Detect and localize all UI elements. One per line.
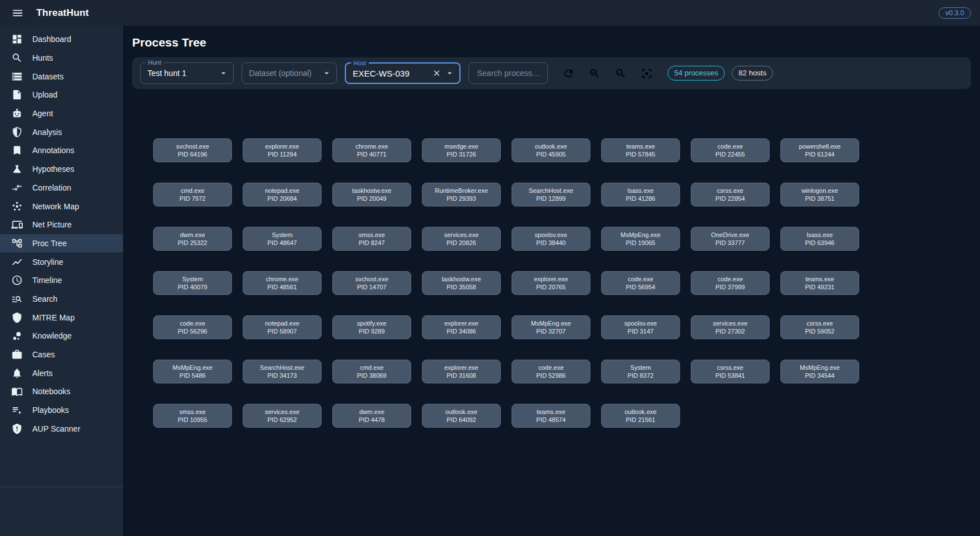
sidebar-item-storyline[interactable]: Storyline — [0, 252, 123, 271]
process-node[interactable]: RuntimeBroker.exePID 29393 — [422, 183, 501, 206]
sidebar-item-analysis[interactable]: Analysis — [0, 123, 123, 141]
sidebar-item-timeline[interactable]: Timeline — [0, 271, 123, 290]
process-node[interactable]: explorer.exePID 34086 — [422, 315, 501, 339]
process-grid: svchost.exePID 64196explorer.exePID 1129… — [153, 138, 862, 428]
process-node[interactable]: powershell.exePID 61244 — [780, 138, 859, 162]
sidebar-item-datasets[interactable]: Datasets — [0, 67, 123, 86]
process-node[interactable]: services.exePID 62952 — [243, 404, 322, 428]
zoom-out-button[interactable] — [611, 64, 630, 83]
process-node[interactable]: MsMpEng.exePID 19065 — [601, 227, 680, 251]
process-node[interactable]: chrome.exePID 40771 — [332, 138, 411, 162]
process-node[interactable]: outlook.exePID 21561 — [601, 404, 680, 428]
process-node[interactable]: svchost.exePID 14707 — [332, 271, 411, 295]
sidebar-item-mitre-map[interactable]: MITRE Map — [0, 308, 123, 327]
process-node[interactable]: MsMpEng.exePID 34544 — [780, 360, 859, 383]
process-node[interactable]: code.exePID 56296 — [153, 315, 232, 339]
process-pid: PID 34086 — [447, 327, 476, 335]
process-name: outlook.exe — [624, 408, 656, 416]
process-node[interactable]: spoolsv.exePID 38440 — [512, 227, 590, 251]
sidebar-item-aup-scanner[interactable]: AUP Scanner — [0, 419, 123, 438]
shield-icon — [11, 312, 23, 323]
sidebar-item-hypotheses[interactable]: Hypotheses — [0, 160, 123, 179]
process-node[interactable]: spotify.exePID 9289 — [332, 315, 411, 339]
sidebar-item-cases[interactable]: Cases — [0, 345, 123, 364]
process-node[interactable]: spoolsv.exePID 3147 — [601, 315, 680, 339]
sidebar-item-label: MITRE Map — [32, 313, 75, 322]
process-node[interactable]: smss.exePID 10955 — [153, 404, 232, 428]
process-node[interactable]: services.exePID 20826 — [422, 227, 501, 251]
process-node[interactable]: SearchHost.exePID 34173 — [243, 360, 322, 383]
process-node[interactable]: winlogon.exePID 38751 — [780, 183, 859, 206]
sidebar-item-upload[interactable]: Upload — [0, 86, 123, 104]
refresh-button[interactable] — [559, 64, 578, 83]
process-search-input[interactable] — [476, 68, 540, 78]
sidebar-item-agent[interactable]: Agent — [0, 104, 123, 123]
process-node[interactable]: explorer.exePID 31608 — [422, 360, 501, 383]
process-node[interactable]: code.exePID 22455 — [691, 138, 770, 162]
process-node[interactable]: SystemPID 40079 — [153, 271, 232, 295]
process-node[interactable]: outlook.exePID 45905 — [512, 138, 590, 162]
process-node[interactable]: dwm.exePID 25322 — [153, 227, 232, 251]
sidebar-item-correlation[interactable]: Correlation — [0, 179, 123, 197]
sidebar-item-label: Net Picture — [32, 220, 71, 229]
process-node[interactable]: taskhostw.exePID 35058 — [422, 271, 501, 295]
process-node[interactable]: lsass.exePID 41286 — [601, 183, 680, 206]
sidebar-item-hunts[interactable]: Hunts — [0, 49, 123, 67]
center-focus-button[interactable] — [637, 64, 656, 83]
process-name: RuntimeBroker.exe — [435, 187, 488, 195]
zoom-in-button[interactable] — [585, 64, 604, 83]
process-node[interactable]: lsass.exePID 63946 — [780, 227, 859, 251]
process-node[interactable]: SystemPID 8372 — [601, 360, 680, 383]
sidebar-item-network-map[interactable]: Network Map — [0, 197, 123, 216]
sidebar-item-playbooks[interactable]: Playbooks — [0, 401, 123, 420]
process-pid: PID 4478 — [359, 416, 385, 424]
sidebar-item-search[interactable]: Search — [0, 290, 123, 309]
process-node[interactable]: notepad.exePID 58907 — [243, 315, 322, 339]
process-name: winlogon.exe — [801, 187, 838, 195]
process-node[interactable]: cmd.exePID 38069 — [332, 360, 411, 383]
process-node[interactable]: SystemPID 48647 — [243, 227, 322, 251]
process-node[interactable]: services.exePID 27302 — [691, 315, 770, 339]
process-node[interactable]: MsMpEng.exePID 32707 — [512, 315, 590, 339]
process-node[interactable]: code.exePID 52986 — [512, 360, 590, 383]
sidebar-item-net-picture[interactable]: Net Picture — [0, 216, 123, 234]
process-node[interactable]: dwm.exePID 4478 — [332, 404, 411, 428]
process-node[interactable]: code.exePID 56954 — [601, 271, 680, 295]
process-node[interactable]: smss.exePID 8247 — [332, 227, 411, 251]
process-pid: PID 14707 — [357, 283, 387, 291]
process-node[interactable]: msedge.exePID 31726 — [422, 138, 501, 162]
host-select[interactable]: Host EXEC-WS-039 — [345, 62, 461, 84]
process-node[interactable]: chrome.exePID 48561 — [243, 271, 322, 295]
dataset-select[interactable]: Dataset (optional) — [242, 62, 337, 84]
process-node[interactable]: svchost.exePID 64196 — [153, 138, 232, 162]
clear-host-icon[interactable] — [431, 67, 442, 79]
process-name: SearchHost.exe — [529, 187, 573, 195]
process-node[interactable]: explorer.exePID 11294 — [243, 138, 322, 162]
process-node[interactable]: csrss.exePID 59052 — [780, 315, 859, 339]
sidebar-item-notebooks[interactable]: Notebooks — [0, 382, 123, 401]
process-node[interactable]: outlook.exePID 64092 — [422, 404, 501, 428]
process-node[interactable]: teams.exePID 57845 — [601, 138, 680, 162]
sidebar-item-dashboard[interactable]: Dashboard — [0, 30, 123, 49]
process-pid: PID 48574 — [537, 416, 566, 424]
sidebar-item-annotations[interactable]: Annotations — [0, 141, 123, 160]
sidebar-item-proc-tree[interactable]: Proc Tree — [0, 234, 123, 253]
process-node[interactable]: teams.exePID 48574 — [512, 404, 590, 428]
process-node[interactable]: SearchHost.exePID 12899 — [512, 183, 590, 206]
process-node[interactable]: MsMpEng.exePID 5486 — [153, 360, 232, 383]
process-name: cmd.exe — [181, 187, 205, 195]
hamburger-menu-icon[interactable] — [9, 5, 26, 22]
process-node[interactable]: notepad.exePID 20684 — [243, 183, 322, 206]
sidebar-item-alerts[interactable]: Alerts — [0, 364, 123, 382]
hunt-select[interactable]: Hunt Test hunt 1 — [140, 62, 234, 84]
process-node[interactable]: teams.exePID 49231 — [780, 271, 859, 295]
process-node[interactable]: taskhostw.exePID 20049 — [332, 183, 411, 206]
process-node[interactable]: OneDrive.exePID 33777 — [691, 227, 770, 251]
process-name: powershell.exe — [799, 142, 840, 150]
process-node[interactable]: explorer.exePID 20765 — [512, 271, 590, 295]
process-node[interactable]: csrss.exePID 22854 — [691, 183, 770, 206]
sidebar-item-knowledge[interactable]: Knowledge — [0, 327, 123, 345]
process-node[interactable]: csrss.exePID 53841 — [691, 360, 770, 383]
process-node[interactable]: code.exePID 37999 — [691, 271, 770, 295]
process-node[interactable]: cmd.exePID 7972 — [153, 183, 232, 206]
